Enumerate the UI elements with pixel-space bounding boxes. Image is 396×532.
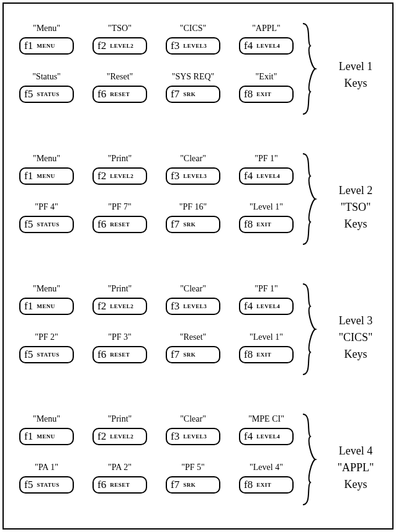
brace-icon xyxy=(300,22,318,115)
function-key[interactable]: f6RESET xyxy=(92,86,147,103)
key-caption: "PF 2" xyxy=(35,332,58,344)
key-caption: "PA 1" xyxy=(35,463,58,474)
key-fnum: f6 xyxy=(97,218,106,231)
key-caption: "Clear" xyxy=(180,284,206,295)
function-key[interactable]: f4LEVEL4 xyxy=(239,167,294,185)
key-cell: "PA 2"f6RESET xyxy=(83,463,156,494)
key-word: LEVEL3 xyxy=(183,173,207,179)
key-caption: "Print" xyxy=(108,414,132,425)
level-block-4: "Menu"f1MENU"Print"f2LEVEL2"Clear"f3LEVE… xyxy=(4,414,392,494)
function-key[interactable]: f5STATUS xyxy=(19,216,74,233)
key-caption: "Clear" xyxy=(180,154,206,165)
key-cell: "APPL"f4LEVEL4 xyxy=(230,24,303,55)
key-fnum: f2 xyxy=(97,170,106,182)
key-caption: "PF 4" xyxy=(35,202,58,213)
function-key[interactable]: f3LEVEL3 xyxy=(166,428,220,445)
key-fnum: f7 xyxy=(171,479,179,491)
key-cell: "Print"f2LEVEL2 xyxy=(83,414,156,445)
function-key[interactable]: f1MENU xyxy=(19,428,74,445)
key-fnum: f5 xyxy=(24,218,33,231)
function-key[interactable]: f2LEVEL2 xyxy=(92,428,147,445)
key-fnum: f7 xyxy=(171,88,179,100)
function-key[interactable]: f3LEVEL3 xyxy=(166,298,220,315)
function-key[interactable]: f8EXIT xyxy=(239,476,294,494)
function-key[interactable]: f3LEVEL3 xyxy=(166,167,220,185)
level-title: Level 3"CICS"Keys xyxy=(322,313,390,363)
key-caption: "PF 1" xyxy=(254,284,278,295)
key-cell: "Reset"f7SRK xyxy=(156,332,230,363)
key-caption: "TSO" xyxy=(108,24,132,35)
key-fnum: f6 xyxy=(97,479,106,491)
level-title-line: Keys xyxy=(322,346,390,363)
key-cell: "PF 3"f6RESET xyxy=(83,332,156,363)
key-word: RESET xyxy=(110,482,130,488)
key-caption: "PF 7" xyxy=(108,202,132,213)
key-caption: "Clear" xyxy=(180,414,206,425)
key-cell: "Clear"f3LEVEL3 xyxy=(156,154,230,185)
key-caption: "PF 3" xyxy=(108,332,132,344)
key-cell: "Status"f5STATUS xyxy=(10,72,83,103)
function-key[interactable]: f7SRK xyxy=(166,216,220,233)
function-key[interactable]: f6RESET xyxy=(92,346,147,363)
function-key[interactable]: f5STATUS xyxy=(19,86,74,103)
key-cell: "CICS"f3LEVEL3 xyxy=(156,24,230,55)
key-word: SRK xyxy=(183,91,196,97)
function-key[interactable]: f6RESET xyxy=(92,216,147,233)
key-fnum: f4 xyxy=(244,300,253,313)
function-key[interactable]: f1MENU xyxy=(19,167,74,185)
key-word: LEVEL2 xyxy=(110,173,133,179)
key-cell: "Clear"f3LEVEL3 xyxy=(156,414,230,445)
key-cell: "PF 2"f5STATUS xyxy=(10,332,83,363)
key-fnum: f1 xyxy=(24,40,33,52)
function-key[interactable]: f2LEVEL2 xyxy=(92,167,147,185)
key-word: MENU xyxy=(37,173,55,179)
key-fnum: f6 xyxy=(97,348,106,361)
key-cell: "TSO"f2LEVEL2 xyxy=(83,24,156,55)
key-caption: "Level 1" xyxy=(250,332,283,344)
key-row: "Menu"f1MENU"Print"f2LEVEL2"Clear"f3LEVE… xyxy=(4,414,392,445)
key-fnum: f8 xyxy=(244,479,253,491)
key-word: RESET xyxy=(110,221,130,228)
function-key[interactable]: f5STATUS xyxy=(19,346,74,363)
level-title-line: "TSO" xyxy=(322,199,390,216)
key-word: LEVEL3 xyxy=(183,43,207,49)
function-key[interactable]: f8EXIT xyxy=(239,216,294,233)
level-title-line: Keys xyxy=(322,75,390,92)
function-key[interactable]: f7SRK xyxy=(166,346,220,363)
level-block-2: "Menu"f1MENU"Print"f2LEVEL2"Clear"f3LEVE… xyxy=(4,154,392,233)
function-key[interactable]: f5STATUS xyxy=(19,476,74,494)
key-fnum: f8 xyxy=(244,348,253,361)
key-caption: "Menu" xyxy=(33,414,60,425)
key-cell: "MPE CI"f4LEVEL4 xyxy=(230,414,303,445)
function-key[interactable]: f7SRK xyxy=(166,476,220,494)
function-key[interactable]: f7SRK xyxy=(166,86,220,103)
key-word: LEVEL2 xyxy=(110,43,133,49)
key-word: LEVEL4 xyxy=(256,303,280,309)
function-key[interactable]: f8EXIT xyxy=(239,346,294,363)
function-key[interactable]: f6RESET xyxy=(92,476,147,494)
level-title-line: Level 1 xyxy=(322,58,390,75)
diagram-frame: "Menu"f1MENU"TSO"f2LEVEL2"CICS"f3LEVEL3"… xyxy=(2,2,394,530)
key-caption: "SYS REQ" xyxy=(172,72,215,83)
key-caption: "PA 2" xyxy=(108,463,132,474)
key-word: SRK xyxy=(183,352,196,358)
key-fnum: f4 xyxy=(244,430,253,443)
function-key[interactable]: f1MENU xyxy=(19,37,74,55)
key-cell: "Exit"f8EXIT xyxy=(230,72,303,103)
function-key[interactable]: f4LEVEL4 xyxy=(239,37,294,55)
key-fnum: f3 xyxy=(171,430,179,443)
function-key[interactable]: f4LEVEL4 xyxy=(239,298,294,315)
key-cell: "PA 1"f5STATUS xyxy=(10,463,83,494)
function-key[interactable]: f1MENU xyxy=(19,298,74,315)
key-word: STATUS xyxy=(37,91,60,97)
function-key[interactable]: f8EXIT xyxy=(239,86,294,103)
function-key[interactable]: f3LEVEL3 xyxy=(166,37,220,55)
level-block-1: "Menu"f1MENU"TSO"f2LEVEL2"CICS"f3LEVEL3"… xyxy=(4,24,392,103)
function-key[interactable]: f2LEVEL2 xyxy=(92,298,147,315)
function-key[interactable]: f2LEVEL2 xyxy=(92,37,147,55)
key-word: EXIT xyxy=(256,91,271,97)
function-key[interactable]: f4LEVEL4 xyxy=(239,428,294,445)
key-word: EXIT xyxy=(256,221,271,228)
key-caption: "Menu" xyxy=(33,284,60,295)
key-caption: "PF 1" xyxy=(254,154,278,165)
